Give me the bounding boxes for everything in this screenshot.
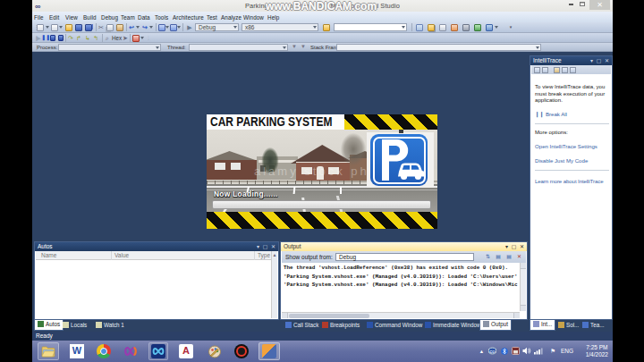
svg-text:co: co: [489, 349, 496, 354]
